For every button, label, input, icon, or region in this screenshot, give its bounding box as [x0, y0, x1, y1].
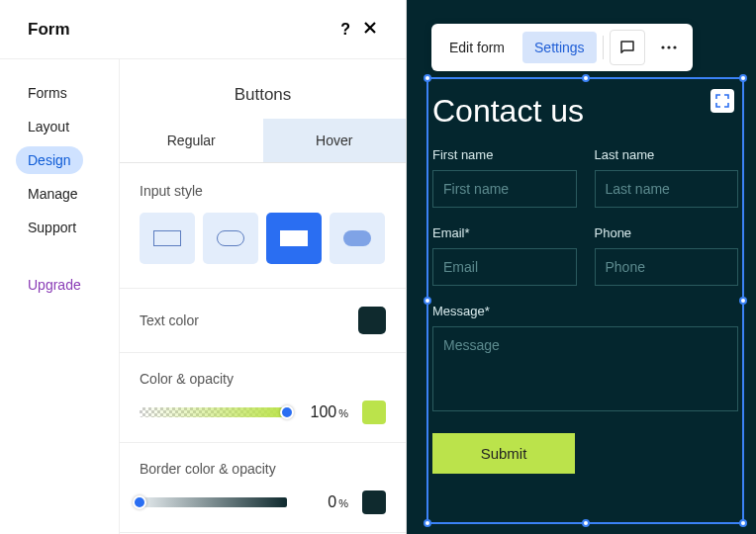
border-opacity-swatch[interactable]	[362, 490, 386, 514]
help-icon[interactable]: ?	[340, 21, 350, 39]
border-opacity-value: 0%	[301, 493, 348, 511]
color-opacity-value: 100%	[301, 403, 348, 421]
resize-handle[interactable]	[739, 297, 747, 305]
tab-regular[interactable]: Regular	[120, 119, 263, 162]
resize-handle[interactable]	[739, 519, 747, 527]
form-heading: Contact us	[432, 93, 738, 130]
sidebar-item-forms[interactable]: Forms	[16, 79, 79, 107]
sidebar: Forms Layout Design Manage Support Upgra…	[0, 59, 119, 534]
message-label: Message*	[428, 304, 742, 318]
element-toolbar: Edit form Settings	[431, 24, 693, 71]
phone-label: Phone	[595, 225, 739, 240]
email-label: Email*	[432, 225, 577, 240]
input-style-block: Input style	[120, 163, 406, 289]
svg-point-0	[661, 45, 664, 48]
tab-hover[interactable]: Hover	[263, 119, 407, 162]
resize-handle[interactable]	[582, 74, 590, 82]
chat-icon[interactable]	[610, 30, 645, 65]
form-canvas[interactable]: Contact us First name Last name Email* P…	[426, 77, 744, 524]
resize-handle[interactable]	[582, 519, 590, 527]
style-option-pill-fill[interactable]	[330, 213, 385, 264]
style-option-round-outline[interactable]	[203, 213, 258, 264]
canvas-area: Edit form Settings Contact us First name	[407, 0, 756, 534]
close-icon[interactable]	[362, 20, 378, 40]
sidebar-item-layout[interactable]: Layout	[16, 113, 81, 140]
first-name-field[interactable]	[432, 170, 577, 208]
resize-handle[interactable]	[739, 74, 747, 82]
resize-handle[interactable]	[424, 74, 431, 82]
sidebar-item-design[interactable]: Design	[16, 146, 83, 174]
last-name-field[interactable]	[595, 170, 739, 208]
text-color-swatch[interactable]	[358, 307, 386, 334]
color-opacity-slider[interactable]	[140, 407, 287, 417]
border-opacity-slider[interactable]	[140, 497, 287, 507]
color-opacity-row: Color & opacity 100%	[120, 353, 406, 443]
sidebar-item-support[interactable]: Support	[16, 214, 88, 241]
svg-point-1	[667, 45, 670, 48]
resize-handle[interactable]	[424, 297, 431, 305]
edit-form-button[interactable]: Edit form	[437, 32, 517, 63]
border-opacity-row: Border color & opacity 0%	[120, 443, 406, 533]
color-opacity-label: Color & opacity	[140, 371, 386, 387]
panel-header: Form ?	[0, 0, 406, 59]
design-content: Buttons Regular Hover Input style Text c…	[119, 59, 406, 534]
message-field[interactable]	[432, 326, 738, 411]
phone-field[interactable]	[595, 248, 739, 286]
state-tabs: Regular Hover	[120, 119, 406, 163]
style-option-rect-outline[interactable]	[140, 213, 195, 264]
settings-button[interactable]: Settings	[522, 32, 597, 63]
section-title: Buttons	[120, 59, 406, 119]
sidebar-item-upgrade[interactable]: Upgrade	[16, 271, 93, 299]
email-field[interactable]	[432, 248, 577, 286]
input-style-label: Input style	[140, 183, 386, 199]
first-name-label: First name	[432, 147, 577, 162]
border-opacity-label: Border color & opacity	[140, 461, 386, 477]
style-option-rect-fill[interactable]	[266, 213, 322, 264]
panel-title: Form	[28, 20, 70, 40]
svg-point-2	[673, 45, 676, 48]
last-name-label: Last name	[595, 147, 739, 162]
toolbar-divider	[603, 36, 604, 59]
sidebar-item-manage[interactable]: Manage	[16, 180, 90, 208]
expand-icon[interactable]	[710, 89, 734, 113]
submit-button[interactable]: Submit	[432, 433, 575, 474]
resize-handle[interactable]	[424, 519, 431, 527]
color-opacity-swatch[interactable]	[362, 400, 386, 424]
text-color-label: Text color	[140, 312, 199, 328]
more-icon[interactable]	[651, 30, 687, 65]
design-panel: Form ? Forms Layout Design Manage Suppor…	[0, 0, 407, 534]
text-color-row: Text color	[120, 289, 406, 353]
